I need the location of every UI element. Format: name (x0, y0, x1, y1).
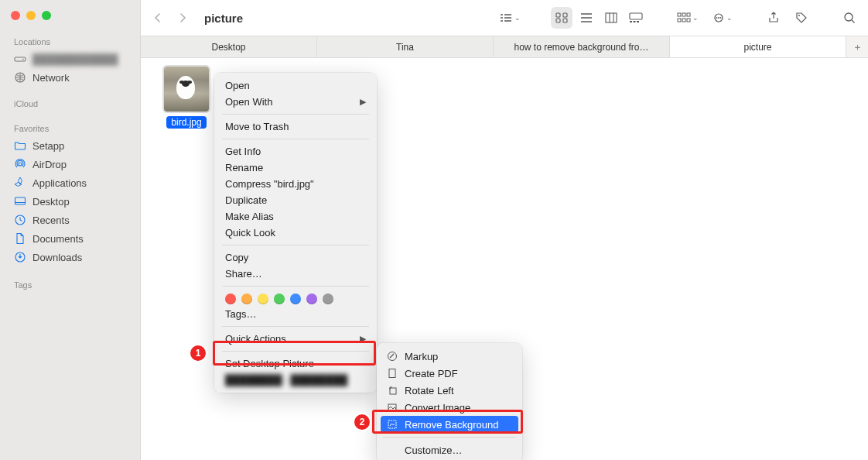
tab-tina[interactable]: Tina (317, 36, 494, 57)
sidebar-section-icloud: iCloud (0, 94, 140, 112)
tag-yellow[interactable] (258, 294, 268, 304)
tag-purple[interactable] (306, 294, 317, 304)
tab-bar: Desktop Tina how to remove background fr… (141, 36, 868, 58)
qa-remove-background[interactable]: Remove Background (381, 416, 518, 433)
markup-icon (386, 350, 398, 362)
ctx-redacted[interactable]: ████████ · ████████ (214, 372, 377, 388)
ctx-tags[interactable]: Tags… (214, 306, 377, 322)
svg-point-24 (718, 17, 719, 19)
nav-back-button[interactable] (149, 7, 167, 29)
sidebar-item-label: AirDrop (32, 159, 67, 170)
sidebar-section-favorites: Favorites (0, 119, 140, 136)
sidebar-item-label: Network (32, 72, 70, 84)
ctx-make-alias[interactable]: Make Alias (214, 208, 377, 225)
apps-icon (14, 177, 26, 189)
svg-rect-19 (678, 19, 681, 22)
svg-point-26 (798, 15, 800, 16)
svg-rect-12 (630, 13, 642, 19)
svg-point-1 (22, 59, 24, 60)
svg-rect-7 (556, 13, 560, 17)
sidebar-item-airdrop[interactable]: AirDrop (0, 155, 140, 173)
chevron-right-icon: ▶ (360, 97, 366, 107)
window-close-dot[interactable] (11, 11, 20, 20)
svg-point-3 (19, 163, 22, 166)
window-minimize-dot[interactable] (26, 11, 36, 20)
ctx-open-with[interactable]: Open With▶ (214, 94, 377, 110)
tag-red[interactable] (225, 294, 236, 304)
qa-create-pdf[interactable]: Create PDF (377, 365, 522, 382)
svg-rect-30 (390, 388, 396, 394)
sidebar-item-network[interactable]: Network (0, 68, 140, 87)
sidebar-item-downloads[interactable]: Downloads (0, 248, 140, 266)
view-icons-button[interactable] (551, 7, 572, 29)
search-button[interactable] (839, 7, 860, 29)
qa-convert-image[interactable]: Convert Image (377, 399, 522, 416)
ctx-get-info[interactable]: Get Info (214, 143, 377, 160)
svg-rect-20 (682, 19, 685, 22)
sidebar-item-disk[interactable]: ████████████ (0, 50, 140, 68)
tab-desktop[interactable]: Desktop (141, 36, 317, 57)
sidebar-item-label: Recents (32, 215, 70, 226)
sidebar-item-desktop[interactable]: Desktop (0, 192, 140, 211)
ctx-share[interactable]: Share… (214, 266, 377, 282)
tags-button[interactable] (791, 7, 812, 29)
menu-separator (222, 114, 369, 115)
file-item[interactable]: bird.jpg (164, 67, 209, 129)
sidebar-item-label: Desktop (32, 196, 70, 208)
svg-rect-14 (634, 21, 636, 22)
sidebar-item-setapp[interactable]: Setapp (0, 136, 140, 155)
svg-point-28 (388, 352, 397, 361)
ctx-move-to-trash[interactable]: Move to Trash (214, 118, 377, 135)
svg-rect-9 (556, 19, 560, 22)
menu-separator (222, 326, 369, 327)
svg-rect-15 (637, 21, 639, 22)
view-list-button[interactable] (576, 7, 597, 29)
view-columns-button[interactable] (600, 7, 622, 29)
ctx-open[interactable]: Open (214, 77, 377, 94)
image-icon (386, 401, 398, 414)
window-title: picture (204, 12, 243, 25)
svg-rect-21 (687, 19, 690, 22)
menu-separator (222, 286, 369, 287)
svg-rect-11 (606, 13, 617, 22)
context-menu: Open Open With▶ Move to Trash Get Info R… (214, 73, 377, 393)
svg-rect-29 (389, 369, 395, 378)
tag-orange[interactable] (241, 294, 252, 304)
group-by-button[interactable]: ⌄ (495, 7, 525, 29)
sidebar-item-label: Downloads (32, 252, 82, 263)
qa-customize[interactable]: Customize… (377, 441, 522, 458)
sidebar-item-documents[interactable]: Documents (0, 229, 140, 248)
ctx-quick-look[interactable]: Quick Look (214, 225, 377, 241)
tab-howto[interactable]: how to remove background fro… (494, 36, 670, 57)
qa-markup[interactable]: Markup (377, 348, 522, 365)
sidebar-section-tags: Tags (0, 276, 140, 293)
view-gallery-button[interactable] (625, 7, 647, 29)
action-menu-button[interactable]: ⌄ (709, 7, 736, 29)
ctx-copy[interactable]: Copy (214, 249, 377, 266)
menu-separator (222, 245, 369, 245)
sidebar-item-applications[interactable]: Applications (0, 173, 140, 192)
tab-picture[interactable]: picture (670, 36, 846, 57)
ctx-rename[interactable]: Rename (214, 160, 377, 176)
qa-rotate-left[interactable]: Rotate Left (377, 382, 522, 399)
tag-gray[interactable] (323, 294, 333, 304)
share-button[interactable] (763, 7, 784, 29)
svg-rect-17 (682, 13, 685, 16)
svg-rect-8 (563, 13, 567, 17)
sidebar-item-recents[interactable]: Recents (0, 211, 140, 229)
sidebar: Locations ████████████ Network iCloud Fa… (0, 0, 141, 460)
window-traffic-lights (0, 6, 140, 33)
nav-forward-button[interactable] (173, 7, 192, 29)
tag-blue[interactable] (290, 294, 301, 304)
rotate-icon (386, 384, 398, 396)
ctx-quick-actions[interactable]: Quick Actions▶ (214, 331, 377, 347)
ctx-duplicate[interactable]: Duplicate (214, 192, 377, 208)
airdrop-icon (14, 158, 26, 170)
svg-rect-10 (563, 19, 567, 22)
tab-add-button[interactable]: ＋ (846, 36, 868, 57)
ctx-compress[interactable]: Compress "bird.jpg" (214, 176, 377, 192)
ctx-set-desktop-picture[interactable]: Set Desktop Picture (214, 355, 377, 372)
window-fullscreen-dot[interactable] (42, 11, 51, 20)
tag-green[interactable] (274, 294, 285, 304)
arrange-button[interactable]: ⌄ (673, 7, 702, 29)
